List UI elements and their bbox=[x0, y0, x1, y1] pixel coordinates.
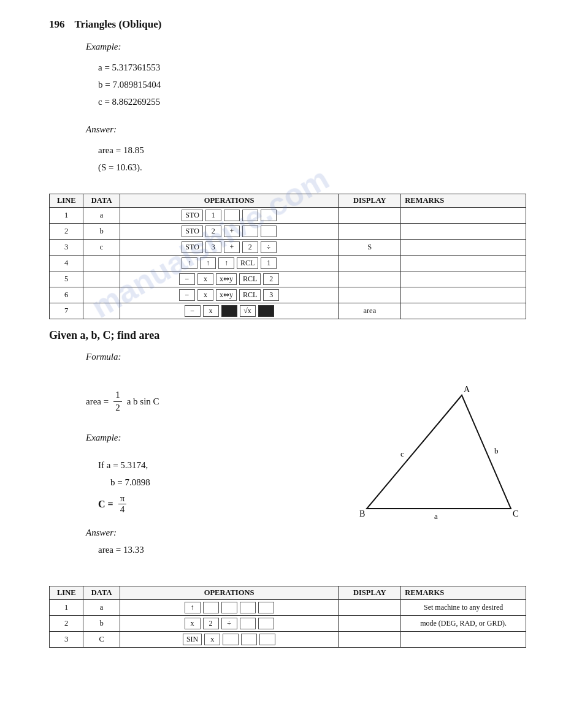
key-minus3: − bbox=[185, 305, 201, 317]
example-values-2: If a = 5.3174, b = 7.0898 C = π 4 bbox=[98, 458, 330, 515]
col-remarks-2: REMARKS bbox=[401, 586, 526, 600]
section2-heading: Given a, b, C; find area bbox=[49, 329, 526, 342]
key-e2 bbox=[221, 602, 237, 613]
key-minus1: − bbox=[179, 273, 195, 285]
formula-area-text: area = bbox=[86, 396, 109, 407]
cell-remarks bbox=[401, 256, 526, 271]
key-div-t2: ÷ bbox=[221, 618, 237, 629]
example-values-1: a = 5.317361553 b = 7.089815404 c = 8.86… bbox=[98, 60, 526, 109]
side-c: c bbox=[400, 449, 404, 458]
key-up3: ↑ bbox=[218, 257, 234, 269]
cell-line: 3 bbox=[50, 240, 83, 256]
key-up2: ↑ bbox=[200, 257, 216, 269]
cell-data bbox=[83, 271, 120, 287]
key-sto: STO bbox=[182, 210, 202, 221]
key-2: 2 bbox=[205, 226, 221, 237]
key-3: 3 bbox=[205, 241, 221, 253]
table-row: 1 a STO 1 bbox=[50, 208, 526, 224]
cell-line: 3 bbox=[50, 632, 83, 648]
cell-remarks bbox=[401, 208, 526, 224]
table-row: 2 b STO 2 + bbox=[50, 224, 526, 240]
cell-display bbox=[339, 208, 401, 224]
example-label-1: Example: bbox=[86, 39, 526, 54]
cell-ops: − x x⇔y RCL 2 bbox=[120, 271, 339, 287]
cell-data: a bbox=[83, 208, 120, 224]
cell-data: C bbox=[83, 632, 120, 648]
key-1c: 1 bbox=[261, 257, 277, 269]
key-sto: STO bbox=[182, 226, 202, 237]
key-x2: x bbox=[197, 289, 213, 301]
key-minus2: − bbox=[179, 289, 195, 301]
formula-equation: area = 1 2 a b sin C bbox=[86, 389, 330, 414]
pi-fraction: π 4 bbox=[118, 493, 127, 515]
key-rcl1: RCL bbox=[237, 257, 258, 269]
key-dark2 bbox=[258, 305, 274, 317]
example-label-2: Example: bbox=[86, 430, 330, 445]
cell-line: 5 bbox=[50, 271, 83, 287]
answer-values-1: area = 18.85 (S = 10.63). bbox=[98, 143, 526, 175]
col-display-1: DISPLAY bbox=[339, 194, 401, 208]
example-val-b: b = 7.089815404 bbox=[98, 77, 526, 92]
cell-display bbox=[339, 616, 401, 632]
cell-data: b bbox=[83, 616, 120, 632]
triangle-diagram: A B C c b a bbox=[354, 383, 526, 526]
cell-line: 7 bbox=[50, 303, 83, 319]
cell-display: area bbox=[339, 303, 401, 319]
key-e7 bbox=[223, 634, 239, 645]
cell-remarks: mode (DEG, RAD, or GRD). bbox=[401, 616, 526, 632]
cell-ops: STO 3 + 2 ÷ bbox=[120, 240, 339, 256]
col-data-1: DATA bbox=[83, 194, 120, 208]
key-empty1 bbox=[224, 210, 240, 221]
key-e5 bbox=[240, 618, 256, 629]
key-rcl3: RCL bbox=[239, 289, 261, 301]
cell-remarks: Set machine to any desired bbox=[401, 600, 526, 616]
key-xxy2: x⇔y bbox=[216, 289, 237, 301]
key-sin-t2: SIN bbox=[183, 634, 202, 645]
cell-remarks bbox=[401, 303, 526, 319]
key-empty2 bbox=[242, 210, 258, 221]
example-val-c: c = 8.862269255 bbox=[98, 94, 526, 109]
key-empty3 bbox=[261, 210, 277, 221]
page-number: 196 bbox=[49, 18, 65, 31]
col-ops-2: OPERATIONS bbox=[120, 586, 339, 600]
b-val: b = 7.0898 bbox=[110, 475, 330, 490]
key-e6 bbox=[258, 618, 274, 629]
key-plus2: + bbox=[224, 241, 240, 253]
col-ops-1: OPERATIONS bbox=[120, 194, 339, 208]
answer-value-2: area = 13.33 bbox=[98, 542, 330, 557]
col-remarks-1: REMARKS bbox=[401, 194, 526, 208]
table-row: 2 b x 2 ÷ mode (DEG, RAD, or GRD). bbox=[50, 616, 526, 632]
cell-display bbox=[339, 224, 401, 240]
cell-display bbox=[339, 600, 401, 616]
example-val-a: a = 5.317361553 bbox=[98, 60, 526, 75]
table-row: 3 c STO 3 + 2 ÷ S bbox=[50, 240, 526, 256]
cell-ops: − x x⇔y RCL 3 bbox=[120, 287, 339, 303]
cell-remarks bbox=[401, 271, 526, 287]
cell-line: 6 bbox=[50, 287, 83, 303]
if-a-val: If a = 5.3174, bbox=[98, 458, 330, 472]
cell-remarks bbox=[401, 240, 526, 256]
key-sqrt: √x bbox=[240, 305, 256, 317]
key-x3: x bbox=[203, 305, 219, 317]
cell-line: 2 bbox=[50, 616, 83, 632]
page-title: Triangles (Oblique) bbox=[75, 18, 162, 31]
answer-val-s: (S = 10.63). bbox=[98, 160, 526, 175]
cell-display bbox=[339, 256, 401, 271]
table-row: 6 − x x⇔y RCL 3 bbox=[50, 287, 526, 303]
cell-data: b bbox=[83, 224, 120, 240]
key-empty4 bbox=[242, 226, 258, 237]
key-e1 bbox=[203, 602, 219, 613]
cell-ops: STO 1 bbox=[120, 208, 339, 224]
calculator-table-1: LINE DATA OPERATIONS DISPLAY REMARKS 1 a… bbox=[49, 194, 526, 319]
cell-ops: SIN x bbox=[120, 632, 339, 648]
cell-remarks bbox=[401, 224, 526, 240]
key-e9 bbox=[259, 634, 275, 645]
vertex-A: A bbox=[464, 385, 470, 394]
key-3b: 3 bbox=[263, 289, 279, 301]
answer-val-area: area = 18.85 bbox=[98, 143, 526, 157]
key-2c: 2 bbox=[263, 273, 279, 285]
answer-label-1: Answer: bbox=[86, 122, 526, 137]
cell-ops: ↑ bbox=[120, 600, 339, 616]
cell-remarks bbox=[401, 632, 526, 648]
col-line-2: LINE bbox=[50, 586, 83, 600]
